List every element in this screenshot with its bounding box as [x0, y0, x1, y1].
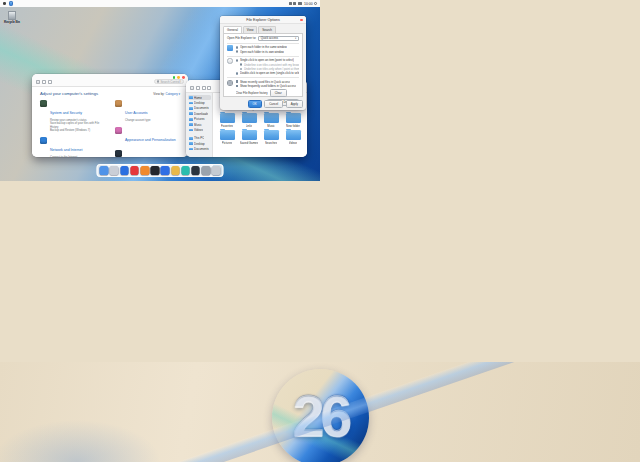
ok-button[interactable]: OK: [248, 100, 262, 108]
tab-search[interactable]: Search: [258, 26, 276, 33]
radio-button[interactable]: [236, 50, 239, 53]
radio-button[interactable]: [236, 46, 239, 49]
radio-button[interactable]: [236, 72, 239, 75]
up-button[interactable]: [48, 80, 52, 84]
recycle-bin-desktop-icon[interactable]: Recycle Bin: [4, 11, 20, 24]
dock-app-icon[interactable]: [100, 166, 109, 175]
sidebar-item[interactable]: Downloads: [188, 111, 211, 116]
battery-icon[interactable]: [298, 2, 302, 4]
dock: [96, 164, 223, 177]
clear-history-label: Clear File Explorer history: [236, 91, 268, 95]
sidebar-item[interactable]: Documents: [188, 146, 211, 151]
wifi-icon[interactable]: [293, 2, 296, 4]
dock-app-icon[interactable]: [212, 166, 221, 175]
more-options-button[interactable]: [207, 86, 211, 90]
apply-button[interactable]: Apply: [286, 100, 303, 108]
recycle-bin-label: Recycle Bin: [4, 20, 20, 24]
view-by-dropdown[interactable]: View by: Category ▾: [153, 92, 180, 96]
checkbox-option[interactable]: Show frequently used folders in Quick ac…: [236, 84, 300, 88]
radio-button[interactable]: [236, 59, 239, 62]
tab-view[interactable]: View: [243, 26, 258, 33]
cancel-button[interactable]: Cancel: [264, 100, 283, 108]
folder-item[interactable]: Music: [261, 113, 281, 128]
grid-view-button[interactable]: [190, 86, 194, 90]
folder-item[interactable]: Videos: [283, 130, 303, 145]
category-icon: [115, 127, 122, 134]
window-header: Search Control Panel: [32, 74, 188, 87]
page-title: Adjust your computer's settings: [40, 91, 98, 96]
dock-app-icon[interactable]: [120, 166, 129, 175]
open-to-dropdown[interactable]: Quick access▾: [258, 36, 299, 41]
tab-general[interactable]: General: [223, 26, 242, 33]
folder-item[interactable]: Saved Games: [239, 130, 259, 145]
folder-icon: [189, 142, 193, 145]
control-center-icon[interactable]: [314, 2, 317, 5]
dock-app-icon[interactable]: [202, 166, 211, 175]
dock-app-icon[interactable]: [110, 166, 119, 175]
folder-icon: [242, 130, 257, 140]
control-panel-window[interactable]: Search Control Panel Adjust your compute…: [32, 74, 188, 157]
privacy-icon: [227, 80, 233, 86]
radio-option[interactable]: Double-click to open an item (single-cli…: [236, 71, 300, 75]
file-explorer-options-dialog[interactable]: File Explorer Options General View Searc…: [220, 16, 306, 110]
control-panel-category[interactable]: User Accounts Change account type: [115, 100, 180, 122]
input-source-icon[interactable]: [289, 2, 292, 4]
browse-folders-icon: [227, 45, 233, 51]
folder-icon: [189, 107, 193, 110]
toolbar: [190, 86, 211, 90]
forward-button[interactable]: [42, 80, 46, 84]
dock-app-icon[interactable]: [130, 166, 139, 175]
radio-button[interactable]: [240, 68, 243, 71]
checkbox[interactable]: [236, 85, 239, 88]
apple-menu-icon[interactable]: [3, 2, 6, 5]
close-button[interactable]: [300, 19, 303, 22]
recycle-bin-icon: [8, 11, 16, 20]
folder-item[interactable]: Pictures: [217, 130, 237, 145]
open-to-label: Open File Explorer to:: [227, 36, 256, 40]
folder-icon: [264, 113, 279, 123]
dock-app-icon[interactable]: [151, 166, 160, 175]
folder-icon: [189, 102, 193, 105]
folder-item[interactable]: Searches: [261, 130, 281, 145]
toolbar: [36, 80, 52, 84]
category-icon: [40, 137, 47, 144]
folder-icon: [220, 113, 235, 123]
active-app-icon[interactable]: [9, 1, 14, 6]
clear-button[interactable]: Clear: [270, 89, 287, 97]
click-items-icon: [227, 58, 233, 64]
category-icon: [115, 100, 122, 107]
dock-app-icon[interactable]: [171, 166, 180, 175]
search-input[interactable]: Search Control Panel: [154, 79, 184, 84]
checkbox[interactable]: [236, 80, 239, 83]
radio-button[interactable]: [240, 63, 243, 66]
radio-option[interactable]: Open each folder in its own window: [236, 50, 300, 54]
share-button[interactable]: [202, 86, 206, 90]
list-view-button[interactable]: [196, 86, 200, 90]
menu-bar: 10:00: [0, 0, 320, 7]
back-button[interactable]: [36, 80, 40, 84]
category-icon: [40, 100, 47, 107]
folder-icon: [189, 123, 193, 126]
control-panel-category[interactable]: Clock and Region Change date, time, or n…: [115, 150, 180, 157]
folder-icon: [286, 130, 301, 140]
category-icon: [115, 150, 122, 157]
dock-app-icon[interactable]: [191, 166, 200, 175]
folder-item[interactable]: New folder: [283, 113, 303, 128]
folder-icon: [189, 96, 193, 99]
control-panel-category[interactable]: Appearance and Personalization: [115, 127, 180, 146]
folder-icon: [220, 130, 235, 140]
folder-item[interactable]: Favorites: [217, 113, 237, 128]
control-panel-category[interactable]: System and Security Review your computer…: [40, 100, 105, 133]
control-panel-home: Adjust your computer's settings View by:…: [32, 87, 188, 157]
menu-bar-clock[interactable]: 10:00: [304, 2, 313, 6]
dock-app-icon[interactable]: [181, 166, 190, 175]
folder-item[interactable]: Links: [239, 113, 259, 128]
dialog-buttons: OK Cancel Apply: [220, 97, 306, 110]
control-panel-category[interactable]: Network and Internet Connect to the Inte…: [40, 137, 105, 157]
folder-icon: [189, 118, 193, 121]
sidebar-item[interactable]: Desktop: [188, 100, 211, 105]
dock-app-icon[interactable]: [161, 166, 170, 175]
sidebar: Home Desktop Documents: [186, 93, 213, 157]
folder-icon: [189, 148, 193, 151]
dock-app-icon[interactable]: [140, 166, 149, 175]
